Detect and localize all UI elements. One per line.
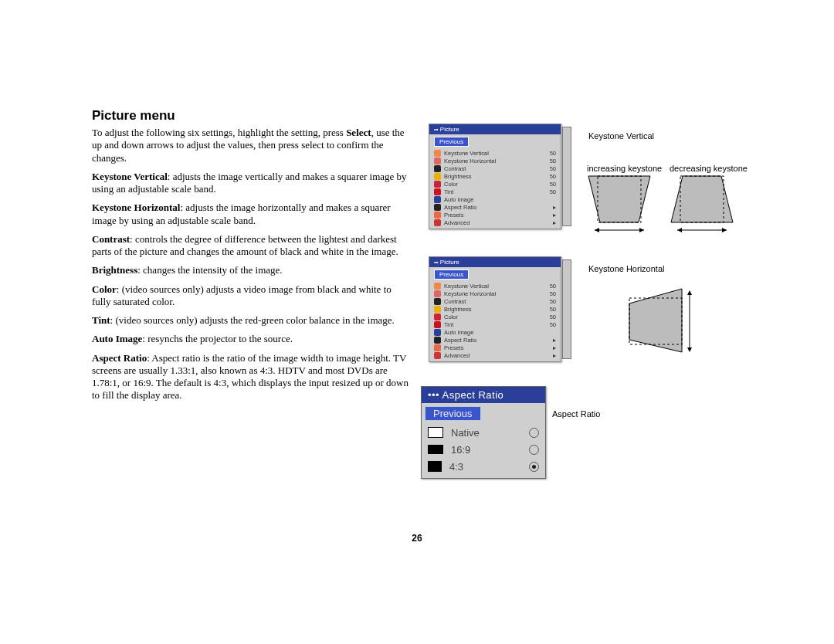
osd-item-label: Tint [444,321,550,328]
osd-slider-track [562,259,571,359]
osd-title-text: Picture [440,126,459,133]
osd-item-value: 50 [550,158,556,164]
kv-term: Keystone Vertical [92,171,168,182]
osd-item-label: Auto Image [444,329,556,336]
submenu-arrow-icon: ▸ [553,337,556,344]
brightness-icon [434,306,441,313]
ar-previous-button: Previous [425,406,481,421]
color-paragraph: Color: (video sources only) adjusts a vi… [92,283,412,309]
intro-pre: To adjust the following six settings, hi… [92,127,346,138]
ar-169-radio [529,445,539,455]
osd-item-label: Color [444,314,550,320]
kh-paragraph: Keystone Horizontal: adjusts the image h… [92,202,412,227]
ar-title: ••• Aspect Ratio [422,387,545,403]
osd-item-value: 50 [550,306,556,313]
osd-item-value: 50 [550,314,556,320]
diagram-kv-increasing [587,175,652,236]
ar-native-icon [428,427,443,438]
caption-ar: Aspect Ratio [552,409,600,419]
aspect-icon [434,337,441,344]
ar-native-label: Native [451,427,529,439]
svg-marker-8 [677,228,682,232]
osd-item-value: 50 [550,321,556,328]
svg-marker-3 [595,228,599,232]
tint-icon [434,188,441,195]
contrast-icon [434,165,441,172]
keystone-v-icon [434,283,441,290]
osd-item-value: 50 [550,290,556,297]
svg-marker-13 [687,290,692,295]
contrast-term: Contrast [92,233,130,245]
svg-marker-9 [722,228,727,232]
intro-select-word: Select [346,127,371,138]
kh-term: Keystone Horizontal [92,202,180,213]
osd-item-label: Advanced [444,219,553,226]
submenu-arrow-icon: ▸ [553,212,556,219]
contrast-icon [434,298,441,305]
tint-paragraph: Tint: (video sources only) adjusts the r… [92,314,412,327]
color-icon [434,181,441,188]
submenu-arrow-icon: ▸ [553,352,556,359]
osd-item-label: Keystone Vertical [444,283,550,290]
osd-item-value: 50 [550,298,556,305]
osd-item-value: 50 [550,181,556,188]
submenu-arrow-icon: ▸ [553,344,556,351]
caption-inc: increasing keystone [587,164,662,173]
osd-item-label: Keystone Horizontal [444,158,550,164]
advanced-icon [434,219,441,226]
osd-title-text: Picture [440,259,459,266]
page-number: 26 [0,533,834,544]
tint-term: Tint [92,314,110,326]
autoimage-paragraph: Auto Image: resynchs the projector to th… [92,333,412,345]
osd-previous-button: Previous [434,137,469,147]
svg-marker-10 [629,289,682,352]
contrast-desc: : controls the degree of difference betw… [92,233,398,257]
body-text-column: To adjust the following six settings, hi… [92,127,412,408]
keystone-h-icon [434,158,441,164]
osd-item-label: Color [444,181,550,188]
tint-desc: : (video sources only) adjusts the red-g… [110,314,395,326]
autoimage-icon [434,329,441,336]
autoimage-desc: : resynchs the projector to the source. [142,333,293,344]
ar-43-icon [428,461,442,472]
osd-item-value: 50 [550,173,556,180]
advanced-icon [434,352,441,359]
autoimage-icon [434,196,441,203]
color-icon [434,314,441,320]
osd-item-value: 50 [550,188,556,195]
caption-kh: Keystone Horizontal [588,264,664,273]
submenu-arrow-icon: ▸ [553,219,556,226]
svg-marker-4 [639,228,644,232]
kv-paragraph: Keystone Vertical: adjusts the image ver… [92,171,412,196]
aspect-paragraph: Aspect Ratio: Aspect ratio is the ratio … [92,352,412,402]
osd-slider-track [562,127,571,226]
ar-43-radio-selected [529,462,539,472]
intro-paragraph: To adjust the following six settings, hi… [92,127,412,164]
ar-native-radio [529,428,539,438]
osd-item-label: Contrast [444,298,550,305]
page-title: Picture menu [92,108,175,124]
submenu-arrow-icon: ▸ [553,204,556,211]
osd-item-label: Tint [444,188,550,195]
osd-item-label: Presets [444,344,553,351]
picture-osd-menu-1: •• Picture Previous Keystone Vertical50 … [429,124,561,229]
presets-icon [434,212,441,219]
brightness-term: Brightness [92,264,137,276]
aspect-ratio-osd: ••• Aspect Ratio Previous Native 16:9 4:… [421,386,546,479]
osd-item-label: Auto Image [444,196,556,203]
brightness-paragraph: Brightness: changes the intensity of the… [92,264,412,276]
osd-item-label: Brightness [444,306,550,313]
ar-169-label: 16:9 [451,444,529,456]
osd-item-label: Aspect Ratio [444,204,553,211]
osd-previous-button: Previous [434,269,469,280]
keystone-v-icon [434,150,441,157]
osd-title: •• Picture [429,257,561,267]
osd-item-label: Aspect Ratio [444,337,553,344]
osd-item-label: Contrast [444,165,550,172]
osd-item-label: Keystone Horizontal [444,290,550,297]
osd-title: •• Picture [429,124,561,134]
osd-item-label: Brightness [444,173,550,180]
brightness-desc: : changes the intensity of the image. [137,264,282,276]
diagram-kh [622,284,699,363]
picture-osd-menu-2: •• Picture Previous Keystone Vertical50 … [429,256,561,362]
